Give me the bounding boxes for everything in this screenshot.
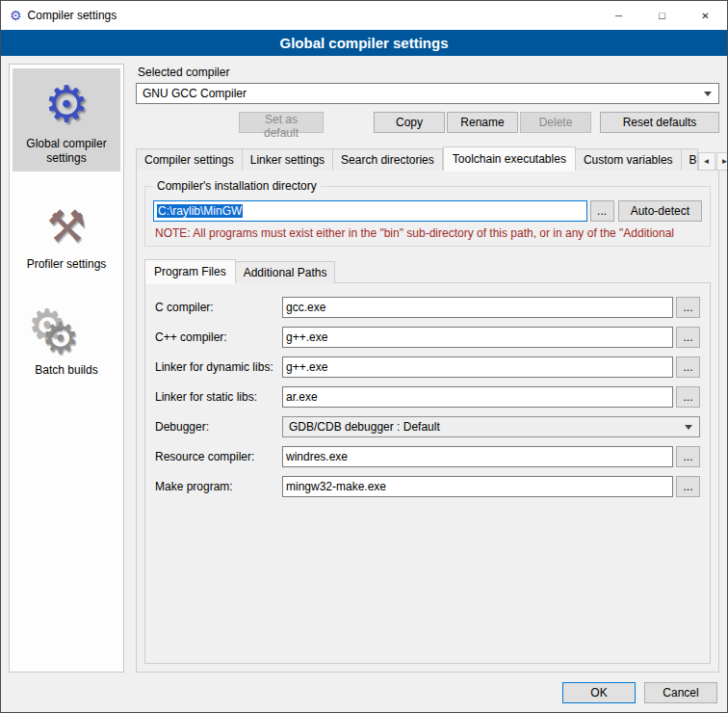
sidebar-item-label: Global compiler settings <box>14 137 118 166</box>
ok-button[interactable]: OK <box>562 682 636 703</box>
debugger-label: Debugger: <box>155 420 282 434</box>
app-icon: ⚙ <box>10 9 22 22</box>
profiler-tool-icon: ⚒ <box>14 194 118 255</box>
make-program-value: mingw32-make.exe <box>286 480 386 493</box>
chevron-down-icon <box>685 425 692 430</box>
dynamic-linker-value: g++.exe <box>286 360 327 374</box>
resource-compiler-browse-button[interactable]: ... <box>676 446 700 467</box>
c-compiler-input[interactable]: gcc.exe <box>282 297 673 318</box>
sidebar-item-batch-builds[interactable]: ⚙⚙ Batch builds <box>13 295 120 383</box>
tab-linker-settings[interactable]: Linker settings <box>243 148 333 171</box>
installation-directory-group: Compiler's installation directory C:\ray… <box>144 186 711 247</box>
dynamic-linker-input[interactable]: g++.exe <box>282 356 673 378</box>
make-program-browse-button[interactable]: ... <box>676 476 700 497</box>
tab-custom-variables[interactable]: Custom variables <box>576 148 682 171</box>
tab-additional-paths[interactable]: Additional Paths <box>236 261 336 283</box>
bin-subdirectory-note: NOTE: All programs must exist either in … <box>155 226 700 240</box>
installation-directory-input[interactable]: C:\raylib\MinGW <box>153 200 587 222</box>
cpp-compiler-value: g++.exe <box>286 330 327 344</box>
resource-compiler-value: windres.exe <box>286 450 348 463</box>
close-button[interactable]: ✕ <box>684 1 727 30</box>
selected-compiler-dropdown[interactable]: GNU GCC Compiler <box>136 83 719 104</box>
rename-button[interactable]: Rename <box>447 112 518 133</box>
resource-compiler-row: Resource compiler: windres.exe ... <box>155 446 700 467</box>
make-program-input[interactable]: mingw32-make.exe <box>282 476 673 497</box>
window-title: Compiler settings <box>28 9 117 22</box>
tab-toolchain-executables[interactable]: Toolchain executables <box>443 146 576 171</box>
sidebar-item-global-compiler-settings[interactable]: ⚙ Global compiler settings <box>13 68 120 172</box>
c-compiler-browse-button[interactable]: ... <box>676 297 700 318</box>
set-as-default-button[interactable]: Set as default <box>239 112 324 133</box>
dialog-body: ⚙ Global compiler settings ⚒ Profiler se… <box>1 56 727 676</box>
main-panel: Selected compiler GNU GCC Compiler Set a… <box>136 64 719 673</box>
make-program-label: Make program: <box>155 480 282 493</box>
make-program-row: Make program: mingw32-make.exe ... <box>155 476 700 497</box>
titlebar: ⚙ Compiler settings ─ □ ✕ <box>1 1 727 30</box>
tab-program-files[interactable]: Program Files <box>144 259 236 283</box>
tab-build-options[interactable]: Build <box>682 148 698 171</box>
static-linker-label: Linker for static libs: <box>155 390 282 404</box>
resource-compiler-input[interactable]: windres.exe <box>282 446 673 467</box>
maximize-icon: □ <box>659 10 665 21</box>
compiler-settings-window: ⚙ Compiler settings ─ □ ✕ Global compile… <box>0 0 728 713</box>
debugger-value: GDB/CDB debugger : Default <box>289 420 681 434</box>
dialog-header: Global compiler settings <box>1 30 727 56</box>
sidebar: ⚙ Global compiler settings ⚒ Profiler se… <box>9 64 124 673</box>
cpp-compiler-row: C++ compiler: g++.exe ... <box>155 327 700 348</box>
installation-directory-value: C:\raylib\MinGW <box>157 204 243 218</box>
reset-defaults-button[interactable]: Reset defaults <box>600 112 719 133</box>
compiler-actions-row: Set as default Copy Rename Delete Reset … <box>136 112 719 133</box>
settings-tabstrip: Compiler settings Linker settings Search… <box>136 146 719 171</box>
selected-compiler-value: GNU GCC Compiler <box>143 87 700 100</box>
program-files-tabstrip: Program Files Additional Paths <box>144 259 711 283</box>
dynamic-linker-label: Linker for dynamic libs: <box>155 360 282 374</box>
cpp-compiler-browse-button[interactable]: ... <box>676 327 700 348</box>
gear-gray-icon: ⚙⚙ <box>14 300 118 361</box>
tab-scroll-right-icon[interactable]: ► <box>716 152 728 171</box>
minimize-button[interactable]: ─ <box>597 1 640 30</box>
resource-compiler-label: Resource compiler: <box>155 450 282 463</box>
toolchain-executables-panel: Compiler's installation directory C:\ray… <box>136 170 719 673</box>
program-files-panel: C compiler: gcc.exe ... C++ compiler: g+… <box>144 282 711 664</box>
tab-search-directories[interactable]: Search directories <box>333 148 443 171</box>
debugger-row: Debugger: GDB/CDB debugger : Default <box>155 416 700 437</box>
debugger-dropdown[interactable]: GDB/CDB debugger : Default <box>282 416 700 437</box>
tab-scroll-arrows: ◄ ► <box>698 152 728 171</box>
installation-directory-group-label: Compiler's installation directory <box>153 179 321 193</box>
c-compiler-row: C compiler: gcc.exe ... <box>155 297 700 318</box>
sidebar-item-profiler-settings[interactable]: ⚒ Profiler settings <box>13 189 120 277</box>
installation-directory-browse-button[interactable]: ... <box>590 200 614 222</box>
copy-button[interactable]: Copy <box>374 112 445 133</box>
auto-detect-button[interactable]: Auto-detect <box>618 200 702 222</box>
window-controls: ─ □ ✕ <box>597 1 727 30</box>
cpp-compiler-label: C++ compiler: <box>155 330 282 344</box>
gear-blue-icon: ⚙ <box>14 73 118 135</box>
dialog-footer: OK Cancel <box>1 676 727 712</box>
c-compiler-value: gcc.exe <box>286 301 325 314</box>
sidebar-item-label: Profiler settings <box>14 257 118 272</box>
static-linker-row: Linker for static libs: ar.exe ... <box>155 386 700 408</box>
maximize-button[interactable]: □ <box>640 1 684 30</box>
static-linker-value: ar.exe <box>286 390 318 404</box>
static-linker-input[interactable]: ar.exe <box>282 386 673 408</box>
selected-compiler-label: Selected compiler <box>138 66 719 79</box>
dynamic-linker-browse-button[interactable]: ... <box>676 356 700 378</box>
tab-compiler-settings[interactable]: Compiler settings <box>136 148 243 171</box>
dynamic-linker-row: Linker for dynamic libs: g++.exe ... <box>155 356 700 378</box>
c-compiler-label: C compiler: <box>155 301 282 314</box>
tab-scroll-left-icon[interactable]: ◄ <box>698 152 715 171</box>
installation-directory-row: C:\raylib\MinGW ... Auto-detect <box>153 200 702 222</box>
minimize-icon: ─ <box>615 11 622 21</box>
chevron-down-icon <box>704 92 712 96</box>
cpp-compiler-input[interactable]: g++.exe <box>282 327 673 348</box>
close-icon: ✕ <box>701 11 709 21</box>
cancel-button[interactable]: Cancel <box>644 682 717 703</box>
delete-button[interactable]: Delete <box>520 112 591 133</box>
static-linker-browse-button[interactable]: ... <box>676 386 700 408</box>
